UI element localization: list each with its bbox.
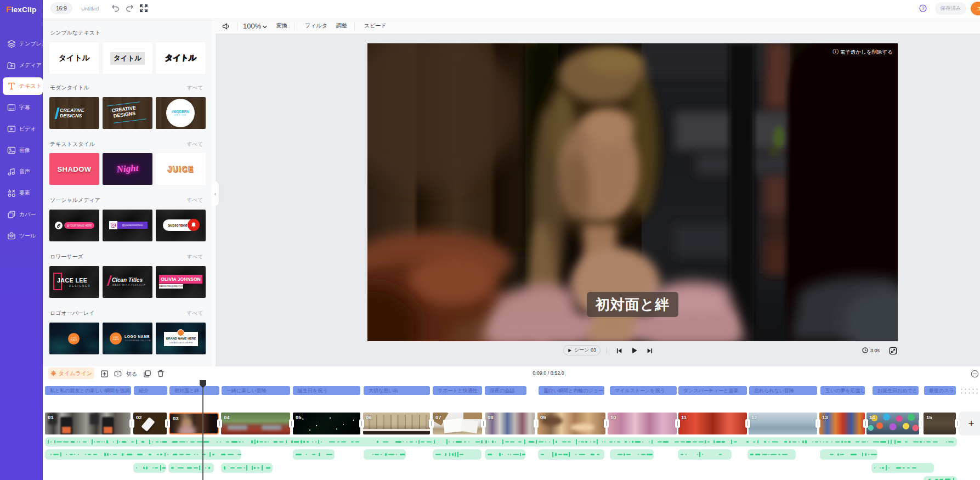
svg-text:?: ? [922,5,925,11]
